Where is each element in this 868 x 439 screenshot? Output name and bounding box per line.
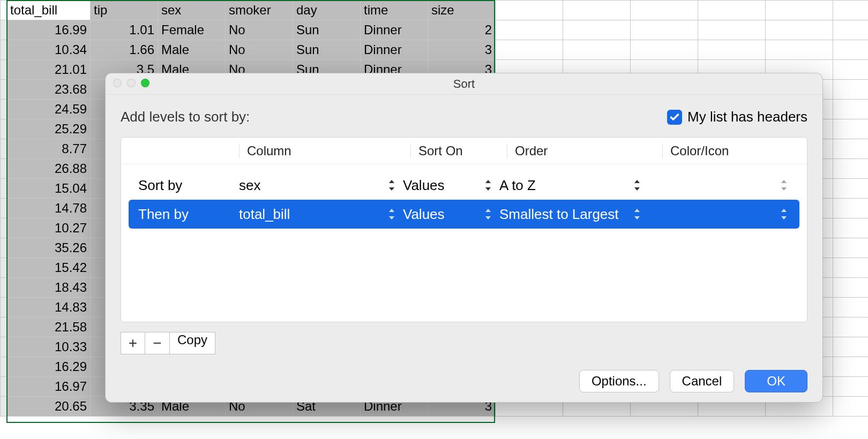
- empty-cell[interactable]: [833, 317, 869, 337]
- empty-cell[interactable]: [833, 238, 869, 258]
- sort-prompt: Add levels to sort by:: [121, 109, 250, 125]
- cell[interactable]: Female: [158, 20, 226, 40]
- empty-cell[interactable]: [496, 1, 563, 20]
- empty-cell[interactable]: [833, 179, 869, 199]
- empty-cell[interactable]: [833, 40, 869, 60]
- empty-cell[interactable]: [698, 20, 766, 40]
- cell[interactable]: 23.68: [7, 80, 91, 100]
- empty-cell[interactable]: [833, 60, 869, 80]
- sort-rows: Sort bysexValuesA to ZThen bytotal_billV…: [121, 164, 807, 235]
- empty-cell[interactable]: [833, 199, 869, 218]
- empty-cell[interactable]: [833, 218, 869, 238]
- empty-cell[interactable]: [563, 40, 631, 60]
- copy-level-button[interactable]: Copy: [170, 332, 215, 354]
- cell[interactable]: 8.77: [7, 139, 91, 159]
- empty-cell[interactable]: [833, 100, 869, 119]
- cell[interactable]: No: [226, 40, 293, 60]
- column-header[interactable]: total_bill: [7, 1, 91, 20]
- empty-cell[interactable]: [496, 40, 563, 60]
- remove-level-button[interactable]: −: [145, 332, 170, 354]
- cell[interactable]: 3: [428, 40, 496, 60]
- column-select[interactable]: sex: [239, 177, 403, 194]
- cell[interactable]: 10.34: [7, 40, 91, 60]
- empty-cell[interactable]: [833, 258, 869, 278]
- column-header[interactable]: time: [361, 1, 428, 20]
- cell[interactable]: 14.83: [7, 298, 91, 317]
- sort-columns-header: Column Sort On Order Color/Icon: [121, 138, 807, 164]
- window-zoom-button[interactable]: [141, 79, 149, 87]
- cell[interactable]: 24.59: [7, 100, 91, 119]
- add-level-button[interactable]: +: [121, 332, 145, 354]
- cell[interactable]: 21.01: [7, 60, 91, 80]
- empty-cell[interactable]: [833, 139, 869, 159]
- empty-cell[interactable]: [766, 20, 833, 40]
- empty-cell[interactable]: [833, 377, 869, 397]
- empty-cell[interactable]: [833, 298, 869, 317]
- empty-cell[interactable]: [833, 397, 869, 417]
- column-header[interactable]: day: [293, 1, 361, 20]
- empty-cell[interactable]: [833, 357, 869, 377]
- column-header[interactable]: tip: [91, 1, 158, 20]
- sorton-select[interactable]: Values: [403, 177, 499, 194]
- cancel-button[interactable]: Cancel: [670, 370, 735, 392]
- sort-levels-panel: Column Sort On Order Color/Icon Sort bys…: [121, 137, 807, 322]
- cell[interactable]: 16.99: [7, 20, 91, 40]
- window-minimize-button[interactable]: [127, 79, 136, 87]
- sort-level-row[interactable]: Sort bysexValuesA to Z: [129, 171, 799, 200]
- cell[interactable]: 15.42: [7, 258, 91, 278]
- cell[interactable]: 1.66: [91, 40, 158, 60]
- cell[interactable]: Dinner: [361, 40, 428, 60]
- empty-cell[interactable]: [631, 20, 698, 40]
- empty-cell[interactable]: [833, 337, 869, 357]
- column-header[interactable]: smoker: [226, 1, 293, 20]
- empty-cell[interactable]: [833, 80, 869, 100]
- cell[interactable]: 10.27: [7, 218, 91, 238]
- color-select[interactable]: [648, 208, 796, 221]
- empty-cell[interactable]: [766, 40, 833, 60]
- cell[interactable]: 16.97: [7, 377, 91, 397]
- empty-cell[interactable]: [698, 40, 766, 60]
- cell[interactable]: 16.29: [7, 357, 91, 377]
- column-header[interactable]: sex: [158, 1, 226, 20]
- cell[interactable]: No: [226, 20, 293, 40]
- cell[interactable]: 1.01: [91, 20, 158, 40]
- cell[interactable]: 18.43: [7, 278, 91, 298]
- cell[interactable]: 35.26: [7, 238, 91, 258]
- empty-cell[interactable]: [698, 1, 766, 20]
- empty-cell[interactable]: [833, 159, 869, 179]
- cell[interactable]: 14.78: [7, 199, 91, 218]
- options-button[interactable]: Options...: [579, 370, 659, 392]
- order-select[interactable]: A to Z: [499, 177, 648, 194]
- empty-cell[interactable]: [833, 1, 869, 20]
- cell[interactable]: Dinner: [361, 20, 428, 40]
- cell[interactable]: 26.88: [7, 159, 91, 179]
- window-close-button[interactable]: [113, 79, 122, 87]
- cell[interactable]: 10.33: [7, 337, 91, 357]
- empty-cell[interactable]: [833, 278, 869, 298]
- cell[interactable]: 20.65: [7, 397, 91, 417]
- headers-checkbox[interactable]: [667, 110, 682, 125]
- cell[interactable]: Male: [158, 40, 226, 60]
- color-select[interactable]: [648, 179, 796, 192]
- cell[interactable]: Sun: [293, 40, 361, 60]
- sorton-select[interactable]: Values: [403, 206, 499, 223]
- empty-cell[interactable]: [833, 20, 869, 40]
- empty-cell[interactable]: [563, 20, 631, 40]
- empty-cell[interactable]: [631, 40, 698, 60]
- empty-cell[interactable]: [563, 1, 631, 20]
- cell[interactable]: 15.04: [7, 179, 91, 199]
- cell[interactable]: 25.29: [7, 119, 91, 139]
- cell[interactable]: 21.58: [7, 317, 91, 337]
- column-select[interactable]: total_bill: [239, 206, 403, 223]
- sort-level-row[interactable]: Then bytotal_billValuesSmallest to Large…: [129, 200, 799, 229]
- empty-cell[interactable]: [496, 20, 563, 40]
- column-header[interactable]: size: [428, 1, 496, 20]
- empty-cell[interactable]: [631, 1, 698, 20]
- headers-checkbox-row[interactable]: My list has headers: [667, 109, 807, 125]
- ok-button[interactable]: OK: [745, 370, 807, 392]
- cell[interactable]: Sun: [293, 20, 361, 40]
- empty-cell[interactable]: [766, 1, 833, 20]
- empty-cell[interactable]: [833, 119, 869, 139]
- cell[interactable]: 2: [428, 20, 496, 40]
- order-select[interactable]: Smallest to Largest: [499, 206, 648, 223]
